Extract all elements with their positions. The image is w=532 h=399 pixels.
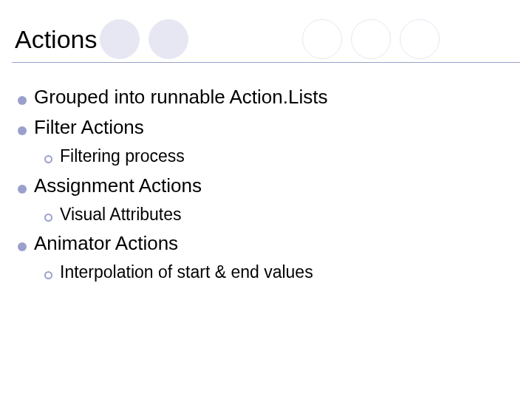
bullet-level1: Grouped into runnable Action.Lists [18,83,514,112]
decorative-circle [400,19,440,59]
bullet-level2: Visual Attributes [44,202,514,228]
bullet-solid-icon [18,96,27,105]
bullet-text: Filtering process [60,143,185,170]
title-divider [12,62,520,63]
bullet-solid-icon [18,126,27,135]
bullet-text: Grouped into runnable Action.Lists [34,83,327,112]
bullet-hollow-icon [44,155,52,163]
bullet-level1: Assignment Actions [18,171,514,200]
slide-body: Grouped into runnable Action.ListsFilter… [18,81,514,287]
bullet-text: Interpolation of start & end values [60,259,313,286]
bullet-solid-icon [18,185,27,194]
decorative-circle [302,19,342,59]
bullet-level1: Filter Actions [18,113,514,142]
bullet-level1: Animator Actions [18,229,514,258]
bullet-text: Visual Attributes [60,202,182,228]
bullet-text: Filter Actions [34,113,144,142]
bullet-level2: Interpolation of start & end values [44,259,514,286]
decorative-circle [100,19,140,59]
slide-title: Actions [15,25,98,54]
bullet-hollow-icon [44,271,52,279]
bullet-solid-icon [18,242,27,251]
bullet-level2: Filtering process [44,143,514,170]
bullet-hollow-icon [44,214,52,222]
decorative-circle [351,19,391,59]
bullet-text: Animator Actions [34,229,178,258]
bullet-text: Assignment Actions [34,171,202,200]
decorative-circle [149,19,188,59]
